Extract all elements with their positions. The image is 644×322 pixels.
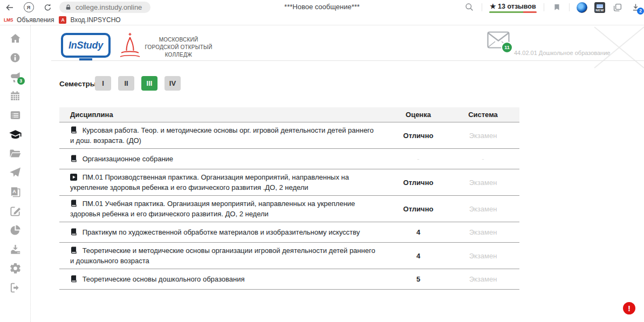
separator bbox=[544, 3, 544, 11]
sidebar-item-downloads[interactable] bbox=[9, 243, 22, 256]
url-text: college.instudy.online bbox=[76, 3, 142, 11]
sidebar-item-calendar[interactable] bbox=[9, 90, 22, 103]
table-row[interactable]: ПМ.01 Учебная практика. Организация меро… bbox=[59, 196, 519, 222]
grade-value: 5 bbox=[390, 275, 447, 283]
book-icon bbox=[70, 199, 77, 207]
yandex-icon: Я bbox=[24, 2, 34, 12]
system-value: Экзамен bbox=[447, 252, 519, 260]
tabs-icon bbox=[613, 3, 622, 12]
tab-title: ***Новое сообщение*** bbox=[284, 3, 360, 11]
extension-art bbox=[597, 4, 603, 8]
pie-chart-icon bbox=[9, 224, 22, 236]
book-icon bbox=[70, 126, 77, 134]
alert-button[interactable]: ! bbox=[623, 302, 635, 314]
sidebar-item-logout[interactable] bbox=[9, 281, 22, 294]
inpsycho-favicon: A bbox=[59, 16, 66, 24]
reviews-label: 13 отзывов bbox=[498, 3, 536, 10]
instudy-logo: InStudy bbox=[61, 33, 111, 58]
lms-favicon: LMS bbox=[4, 17, 13, 23]
discipline-name: Организационное собрание bbox=[83, 155, 173, 163]
table-body: Курсовая работа. Теор. и методические ос… bbox=[59, 122, 519, 290]
tab-groups-button[interactable] bbox=[612, 2, 623, 13]
search-button[interactable] bbox=[464, 2, 475, 13]
grade-value: - bbox=[390, 155, 447, 163]
column-system: Система bbox=[447, 111, 519, 119]
sidebar-item-info[interactable] bbox=[9, 51, 22, 65]
play-icon bbox=[70, 174, 77, 181]
table-row[interactable]: Теоретические и методические основы орга… bbox=[59, 243, 519, 269]
table-header: Дисциплина Оценка Система bbox=[59, 107, 519, 122]
sidebar-item-grades[interactable] bbox=[9, 128, 22, 141]
table-row[interactable]: Практикум по художественной обработке ма… bbox=[59, 222, 519, 243]
table-row[interactable]: ПМ.01 Производственная практика. Организ… bbox=[59, 169, 519, 196]
mail-badge: 11 bbox=[501, 42, 513, 53]
reviews-widget[interactable]: ★ 13 отзывов bbox=[489, 2, 537, 13]
grades-table: Дисциплина Оценка Система Курсовая работ… bbox=[59, 107, 519, 290]
semester-tab[interactable]: II bbox=[118, 76, 134, 91]
sidebar-item-messages[interactable] bbox=[9, 166, 22, 180]
sidebar-item-settings[interactable] bbox=[9, 262, 22, 275]
sidebar-item-files[interactable] bbox=[9, 147, 22, 160]
yandex-button[interactable]: Я bbox=[23, 2, 34, 13]
refresh-button[interactable] bbox=[42, 2, 53, 13]
system-value: Экзамен bbox=[447, 132, 519, 140]
sidebar-item-edit[interactable] bbox=[9, 204, 22, 218]
table-row[interactable]: Теоретические основы дошкольного образов… bbox=[59, 269, 519, 290]
reviews-rating-bar bbox=[489, 11, 537, 13]
system-value: Экзамен bbox=[447, 179, 519, 187]
close-icon[interactable] bbox=[592, 26, 644, 69]
college-name-line1: МОСКОВСКИЙ bbox=[141, 36, 216, 44]
discipline-name: Курсовая работа. Теор. и методические ос… bbox=[70, 126, 374, 145]
discipline-name: Практикум по художественной обработке ма… bbox=[83, 228, 360, 236]
bookmark-label: Вход.INPSYCHO bbox=[70, 16, 120, 24]
column-grade: Оценка bbox=[390, 111, 447, 119]
bookmark-inpsycho[interactable]: A Вход.INPSYCHO bbox=[59, 16, 120, 24]
sidebar-item-translate[interactable]: А bbox=[9, 185, 22, 198]
sidebar-item-list[interactable] bbox=[9, 108, 22, 122]
home-icon bbox=[9, 32, 22, 45]
refresh-icon bbox=[43, 3, 52, 12]
system-value: Экзамен bbox=[447, 275, 519, 283]
grade-value: Отлично bbox=[390, 205, 447, 213]
table-row[interactable]: Организационное собрание - - bbox=[59, 149, 519, 169]
semesters-label: Семестры bbox=[59, 80, 96, 88]
calendar-icon bbox=[9, 90, 21, 102]
sidebar-item-statistics[interactable] bbox=[9, 223, 22, 237]
book-icon bbox=[70, 154, 77, 162]
column-discipline: Дисциплина bbox=[59, 111, 390, 119]
sidebar-item-home[interactable] bbox=[9, 32, 22, 45]
alert-exclamation-icon: ! bbox=[628, 304, 631, 313]
lock-icon bbox=[65, 4, 72, 11]
bookmark-announcements[interactable]: LMS Объявления bbox=[4, 16, 54, 24]
announcements-badge: 3 bbox=[17, 77, 25, 85]
book-icon bbox=[70, 246, 77, 254]
gear-icon bbox=[9, 262, 22, 275]
sidebar-item-announcements[interactable]: 3 bbox=[9, 70, 22, 84]
bookmark-flag-icon bbox=[553, 3, 561, 11]
downloads-badge: 2 bbox=[637, 8, 644, 15]
book-icon bbox=[70, 275, 77, 283]
address-bar[interactable]: college.instudy.online bbox=[59, 2, 150, 13]
grade-value: Отлично bbox=[390, 132, 447, 140]
extension-globe-icon[interactable] bbox=[577, 2, 587, 13]
semester-tab[interactable]: III bbox=[141, 76, 157, 91]
bookmark-label: Объявления bbox=[17, 16, 54, 24]
college-tower-icon bbox=[119, 31, 141, 59]
semester-tab[interactable]: I bbox=[95, 76, 111, 91]
search-icon bbox=[465, 3, 474, 12]
instudy-logo-text: InStudy bbox=[68, 40, 103, 51]
back-arrow-icon bbox=[5, 3, 15, 12]
college-name-line2: ГОРОДСКОЙ ОТКРЫТЫЙ КОЛЛЕДЖ bbox=[141, 44, 216, 59]
system-value: Экзамен bbox=[447, 228, 519, 236]
semester-tab[interactable]: IV bbox=[165, 76, 181, 91]
downloads-button[interactable]: 2 bbox=[630, 2, 641, 13]
extension-new-icon[interactable]: NEW bbox=[594, 2, 605, 13]
college-name: МОСКОВСКИЙ ГОРОДСКОЙ ОТКРЫТЫЙ КОЛЛЕДЖ bbox=[141, 36, 216, 59]
translate-icon: А bbox=[9, 186, 22, 198]
bookmarks-bar: LMS Объявления A Вход.INPSYCHO bbox=[0, 15, 644, 25]
bookmark-flag-button[interactable] bbox=[551, 2, 562, 13]
back-button[interactable] bbox=[4, 2, 15, 13]
separator bbox=[569, 3, 570, 11]
table-row[interactable]: Курсовая работа. Теор. и методические ос… bbox=[59, 122, 519, 149]
edit-icon bbox=[9, 205, 22, 217]
